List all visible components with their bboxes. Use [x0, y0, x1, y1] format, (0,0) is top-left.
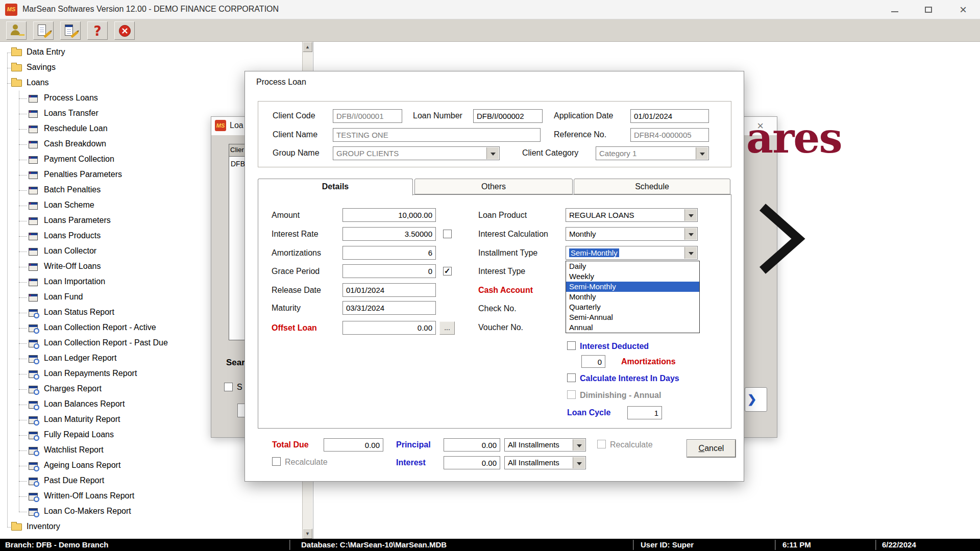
voucher-no-label: Voucher No. [478, 323, 523, 332]
installment-type-listbox: DailyWeeklySemi-MonthlyMonthlyQuarterlyS… [566, 261, 700, 333]
principal-field[interactable]: 0.00 [444, 438, 500, 452]
loan-product-combobox[interactable]: REGULAR LOANS [566, 208, 698, 222]
scroll-up-button[interactable]: ▲ [303, 42, 312, 52]
application-date-field[interactable]: 01/01/2024 [630, 109, 709, 123]
status-user: User ID: Super [641, 540, 694, 549]
tab-details[interactable]: Details [258, 179, 413, 195]
client-code-label: Client Code [273, 111, 315, 120]
next-arrow-button[interactable] [745, 387, 767, 412]
tree-item-label: Loans Products [44, 231, 101, 240]
dropdown-arrow-icon[interactable] [696, 147, 708, 159]
close-button[interactable]: × [946, 0, 980, 19]
tree-item-label: Loans [27, 78, 49, 87]
loan-product-label: Loan Product [478, 211, 527, 220]
principal-label: Principal [396, 440, 431, 449]
form-icon [29, 156, 38, 164]
tree-item-label: Loan Importation [44, 277, 105, 286]
tab-others[interactable]: Others [414, 179, 573, 194]
tree-connector-line [19, 91, 19, 512]
recalculate2-checkbox[interactable] [597, 440, 606, 448]
key-icon [19, 34, 24, 36]
tree-item-label: Penalties Parameters [44, 170, 122, 179]
release-date-field[interactable]: 01/01/2024 [342, 283, 436, 297]
interest-range-combobox[interactable]: All Installments [504, 456, 586, 469]
data-entry-button[interactable] [33, 21, 54, 40]
dropdown-option-daily[interactable]: Daily [566, 261, 699, 271]
status-separator [633, 540, 634, 550]
report-button[interactable] [60, 21, 81, 40]
dropdown-arrow-icon[interactable] [684, 209, 697, 221]
diminishing-annual-checkbox[interactable] [567, 390, 576, 399]
maturity-field[interactable]: 03/31/2024 [342, 301, 436, 315]
client-name-field[interactable]: TESTING ONE [333, 128, 541, 142]
dropdown-option-monthly[interactable]: Monthly [566, 292, 699, 302]
total-due-field[interactable]: 0.00 [324, 438, 383, 452]
minimize-button[interactable] [878, 0, 912, 19]
background-logo-chevron [758, 203, 810, 274]
report-icon [29, 462, 38, 470]
loan-cycle-field[interactable]: 1 [627, 406, 662, 419]
client-category-combobox[interactable]: Category 1 [596, 146, 709, 160]
installment-type-combobox[interactable]: Semi-Monthly [566, 246, 698, 260]
dropdown-option-semi-annual[interactable]: Semi-Annual [566, 312, 699, 322]
grace-period-checkbox[interactable] [443, 267, 452, 276]
dropdown-arrow-icon[interactable] [573, 439, 585, 450]
interest-deducted-checkbox[interactable] [567, 341, 576, 350]
help-button[interactable] [87, 21, 108, 40]
amortizations-field[interactable]: 6 [342, 246, 436, 260]
status-separator [875, 540, 876, 550]
interest-calculation-combobox[interactable]: Monthly [566, 227, 698, 241]
search-checkbox[interactable] [224, 383, 233, 391]
amortizations-count-field[interactable]: 0 [581, 355, 605, 368]
report-icon [29, 493, 38, 500]
recalculate-checkbox[interactable] [272, 457, 281, 466]
grace-period-field[interactable]: 0 [342, 264, 436, 278]
cancel-button[interactable]: Cancel [687, 440, 736, 457]
interest-rate-checkbox[interactable] [443, 230, 452, 238]
group-name-combobox[interactable]: GROUP CLIENTS [333, 146, 500, 160]
principal-range-combobox[interactable]: All Installments [504, 438, 586, 452]
dropdown-arrow-icon[interactable] [684, 247, 697, 259]
tree-item-label: Loan Status Report [44, 308, 114, 317]
reference-no-field[interactable]: DFBR4-0000005 [630, 128, 709, 142]
report-icon [29, 324, 38, 332]
dropdown-option-semi-monthly[interactable]: Semi-Monthly [566, 282, 699, 292]
interest-field[interactable]: 0.00 [444, 456, 500, 469]
loan-cycle-label: Loan Cycle [567, 408, 610, 417]
tree-item-inventory[interactable]: Inventory [0, 519, 301, 535]
interest-rate-field[interactable]: 3.50000 [342, 227, 436, 241]
tab-schedule[interactable]: Schedule [574, 179, 730, 194]
report-icon [29, 340, 38, 347]
maximize-button[interactable] [912, 0, 945, 19]
dropdown-option-weekly[interactable]: Weekly [566, 271, 699, 282]
tree-item-label: Watchlist Report [44, 445, 104, 455]
folder-icon [11, 80, 22, 87]
offset-loan-field[interactable]: 0.00 [342, 321, 436, 335]
branch-manager-button[interactable] [6, 21, 27, 40]
tree-item-written-off-loans-report[interactable]: Written-Off Loans Report [0, 489, 301, 504]
clients-grid-fragment: Clier DFB [229, 144, 246, 340]
report-icon [29, 386, 38, 393]
loan-number-field[interactable]: DFB/I/000002 [473, 109, 543, 123]
scroll-down-button[interactable]: ▼ [303, 529, 312, 539]
tree-item-loan-co-makers-report[interactable]: Loan Co-Makers Report [0, 504, 301, 519]
form-icon [29, 126, 38, 133]
exit-button[interactable] [114, 21, 135, 40]
dropdown-option-quarterly[interactable]: Quarterly [566, 302, 699, 312]
dropdown-option-annual[interactable]: Annual [566, 322, 699, 333]
form-icon [29, 217, 38, 225]
client-code-field[interactable]: DFB/I/000001 [333, 109, 402, 123]
dropdown-arrow-icon[interactable] [573, 457, 585, 468]
cash-account-label: Cash Account [478, 286, 533, 295]
calculate-interest-days-checkbox[interactable] [567, 373, 576, 382]
installment-type-label: Installment Type [478, 248, 537, 258]
window-title: MarSean Softwares Version 12.00 - DEMO F… [22, 5, 279, 14]
dropdown-arrow-icon[interactable] [684, 228, 697, 240]
tree-item-label: Loan Maturity Report [44, 415, 120, 424]
loans-list-title: Loa [230, 121, 243, 130]
maturity-label: Maturity [272, 304, 301, 313]
dropdown-arrow-icon[interactable] [486, 147, 499, 159]
amount-field[interactable]: 10,000.00 [342, 208, 436, 222]
tree-item-data-entry[interactable]: Data Entry [0, 45, 301, 60]
offset-loan-browse-button[interactable]: ... [439, 321, 455, 335]
